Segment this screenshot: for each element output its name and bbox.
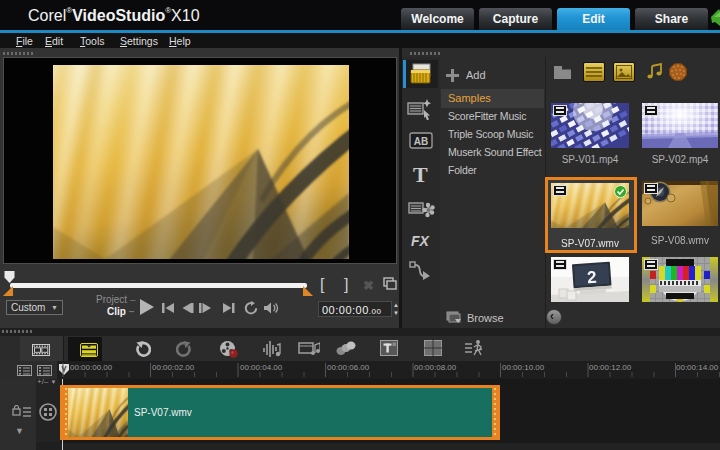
svg-text:AB: AB [414,136,428,147]
